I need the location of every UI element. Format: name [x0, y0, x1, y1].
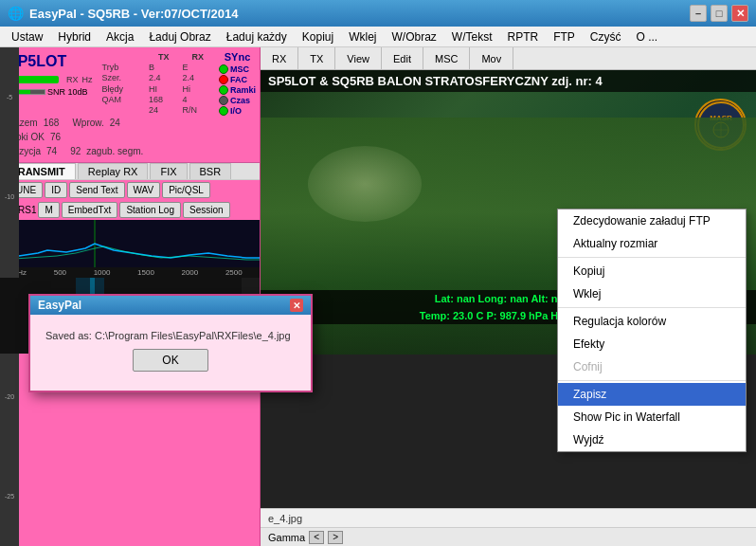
gamma-left-button[interactable]: <: [309, 531, 324, 544]
sync-panel: SYnc MSC FAC Ramki: [219, 51, 256, 116]
tx-b: B: [147, 62, 181, 72]
status-bar: e_4.jpg: [261, 508, 756, 527]
pozycja-val: 74: [46, 146, 57, 156]
gamma-bar: Gamma < >: [261, 527, 756, 546]
tab-rx[interactable]: RX: [261, 47, 298, 69]
ctx-wklej[interactable]: Wklej: [558, 282, 746, 305]
led-ramki: [219, 85, 228, 95]
pic-qsl-button[interactable]: Pic/QSL: [162, 182, 210, 198]
minimize-button[interactable]: –: [690, 5, 707, 22]
id-button[interactable]: ID: [45, 182, 67, 198]
embed-txt-button[interactable]: EmbedTxt: [62, 202, 118, 218]
transmit-tabs-row: TRANSMIT Replay RX FIX BSR: [0, 163, 260, 180]
sync-czas: Czas: [219, 96, 256, 105]
menu-kopiuj[interactable]: Kopiuj: [295, 28, 341, 46]
menu-wtekst[interactable]: W/Tekst: [444, 28, 500, 46]
menu-laduj-kazdy[interactable]: Ładuj każdy: [219, 28, 295, 46]
led-io: [219, 106, 228, 116]
menu-czyscc[interactable]: Czyść: [583, 28, 629, 46]
rs1-label: RS1: [18, 205, 36, 215]
rx-e: E: [181, 62, 215, 72]
menu-rptr[interactable]: RPTR: [500, 28, 547, 46]
tx-rx-table: TX RX Tryb B E Szer. 2.4 2.4 Błędy: [100, 51, 215, 116]
maximize-button[interactable]: □: [711, 5, 728, 22]
stats-row2: Bloki OK 76: [4, 130, 256, 144]
dialog-close-button[interactable]: ✕: [290, 299, 303, 312]
dialog-title-text: EasyPal: [38, 299, 81, 312]
led-fac: [219, 75, 228, 84]
menu-laduj-obraz[interactable]: Ładuj Obraz: [141, 28, 218, 46]
tab-view[interactable]: View: [335, 47, 382, 69]
tab-replay-rx[interactable]: Replay RX: [78, 163, 149, 179]
station-log-button[interactable]: Station Log: [119, 202, 181, 218]
rx-label: RX: [66, 75, 79, 84]
dialog-ok-button[interactable]: OK: [133, 349, 207, 372]
rx-hi: Hi: [181, 83, 215, 94]
btn-row1: TUNE ID Send Text WAV Pic/QSL: [0, 180, 260, 200]
ctx-show-pic[interactable]: Show Pic in Waterfall: [558, 406, 746, 428]
ctx-efekty[interactable]: Efekty: [558, 333, 746, 355]
tx-header: TX: [147, 51, 181, 62]
tab-fix[interactable]: FIX: [150, 163, 187, 179]
rx-n: R/N: [181, 105, 215, 116]
balloon-shape: [308, 146, 422, 222]
zagub-val: 92: [70, 146, 81, 156]
gamma-right-button[interactable]: >: [328, 531, 343, 544]
sstv-title-bar: SP5LOT & SQ5RB BALON STRATOSFERYCZNY zdj…: [261, 70, 756, 92]
tab-tx[interactable]: TX: [298, 47, 335, 69]
tx-168: 168: [147, 94, 181, 104]
bledy-label: Błędy: [100, 83, 148, 94]
wprow-label: Wprow.: [72, 118, 103, 128]
ctx-sep2: [558, 307, 746, 308]
tx-24a: 2.4: [147, 73, 181, 83]
freq-2500: 2500: [225, 268, 243, 277]
status-filename: e_4.jpg: [268, 513, 302, 524]
menu-o[interactable]: O ...: [629, 28, 666, 46]
gamma-label: Gamma: [268, 532, 305, 543]
menu-wklej[interactable]: Wklej: [341, 28, 384, 46]
ctx-regulacja[interactable]: Regulacja kolorów: [558, 310, 746, 333]
menu-ustaw[interactable]: Ustaw: [4, 28, 50, 46]
menu-wobraz[interactable]: W/Obraz: [385, 28, 444, 46]
spectrum-svg: [0, 220, 260, 267]
led-czas: [219, 96, 228, 105]
szer-label: Szer.: [100, 73, 148, 83]
freq-labels: Hz 500 1000 1500 2000 2500: [0, 267, 260, 278]
wav-button[interactable]: WAV: [127, 182, 161, 198]
ctx-kopiuj[interactable]: Kopiuj: [558, 260, 746, 282]
stats-row3: Pozycja 74 92 zagub. segm.: [4, 144, 256, 158]
menu-ftp[interactable]: FTP: [546, 28, 583, 46]
menu-hybrid[interactable]: Hybrid: [50, 28, 99, 46]
ctx-sep3: [558, 380, 746, 381]
qam-label: QAM: [100, 94, 148, 104]
m-button[interactable]: M: [38, 202, 59, 218]
freq-500: 500: [54, 268, 66, 277]
sync-fac: FAC: [219, 75, 256, 84]
dialog-title: EasyPal ✕: [30, 296, 311, 315]
tab-edit[interactable]: Edit: [382, 47, 423, 69]
freq-2000: 2000: [181, 268, 198, 277]
tab-mov[interactable]: Mov: [470, 47, 513, 69]
context-menu: Zdecydowanie załaduj FTP Aktualny rozmia…: [557, 209, 747, 452]
tab-bsr[interactable]: BSR: [189, 163, 232, 179]
tab-msc[interactable]: MSC: [423, 47, 470, 69]
send-text-button[interactable]: Send Text: [69, 182, 124, 198]
right-header: RX TX View Edit MSC Mov: [261, 47, 756, 70]
dialog-message: Saved as: C:\Program Files\EasyPal\RXFil…: [45, 330, 296, 341]
title-bar-controls: – □ ✕: [690, 5, 748, 22]
svg-rect-0: [0, 220, 260, 267]
freq-1500: 1500: [137, 268, 154, 277]
razem-val: 168: [44, 118, 60, 128]
led-msc: [219, 64, 228, 74]
close-button[interactable]: ✕: [731, 5, 748, 22]
btn-row2: RS1 M EmbedTxt Station Log Session: [0, 200, 260, 220]
sync-io: I/O: [219, 106, 256, 116]
ctx-zdecydowanie[interactable]: Zdecydowanie załaduj FTP: [558, 209, 746, 232]
ctx-zapisz[interactable]: Zapisz: [558, 383, 746, 406]
right-panel: RX TX View Edit MSC Mov SP5LOT & SQ5RB B…: [261, 47, 756, 546]
ctx-wyjdz[interactable]: Wyjdź: [558, 428, 746, 451]
menu-akcja[interactable]: Akcja: [99, 28, 141, 46]
tx-24b: 24: [147, 105, 181, 116]
ctx-aktualny[interactable]: Aktualny rozmiar: [558, 232, 746, 255]
session-button[interactable]: Session: [183, 202, 230, 218]
